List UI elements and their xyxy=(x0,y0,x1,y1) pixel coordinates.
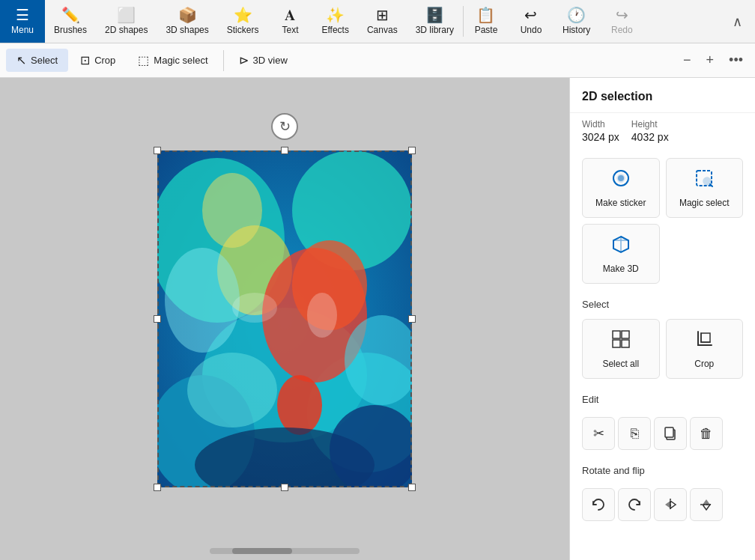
rotate-section-header: Rotate and flip xyxy=(570,459,755,485)
text-icon: 𝐀 xyxy=(285,7,295,22)
select-icon: ↖ xyxy=(16,53,26,67)
right-panel: 2D selection Width 3024 px Height 4032 p… xyxy=(569,78,755,560)
crop-button[interactable]: ⊡ Crop xyxy=(70,49,126,72)
width-label: Width xyxy=(582,119,619,130)
rotate-left-button[interactable] xyxy=(582,488,615,521)
stickers-button[interactable]: ⭐ Stickers xyxy=(218,0,268,43)
menu-button[interactable]: ☰ Menu xyxy=(0,0,45,43)
3d-library-label: 3D library xyxy=(416,25,454,35)
make-3d-label: Make 3D xyxy=(603,264,639,274)
canvas-label: Canvas xyxy=(367,25,398,35)
crop-panel-label: Crop xyxy=(694,359,714,369)
make-sticker-icon xyxy=(610,168,631,193)
svg-rect-24 xyxy=(622,331,629,338)
flip-horizontal-button[interactable] xyxy=(654,488,687,521)
toolbar-spacer xyxy=(644,0,719,43)
collapse-button[interactable]: ∧ xyxy=(725,10,749,34)
make-3d-button[interactable]: Make 3D xyxy=(582,224,660,284)
svg-point-7 xyxy=(202,173,262,248)
history-button[interactable]: 🕐 History xyxy=(554,0,599,43)
make-sticker-button[interactable]: Make sticker xyxy=(582,158,660,218)
panel-title: 2D selection xyxy=(570,78,755,113)
main-toolbar: ☰ Menu ✏️ Brushes ⬜ 2D shapes 📦 3D shape… xyxy=(0,0,755,43)
3d-library-button[interactable]: 🗄️ 3D library xyxy=(407,0,463,43)
rotation-handle[interactable]: ↻ xyxy=(271,113,298,140)
top-actions-grid: Make sticker Magic select xyxy=(570,152,755,293)
delete-button[interactable]: 🗑 xyxy=(690,417,723,450)
svg-point-10 xyxy=(277,375,322,435)
3d-shapes-icon: 📦 xyxy=(178,7,197,22)
undo-label: Undo xyxy=(521,25,542,35)
cut-button[interactable]: ✂ xyxy=(582,417,615,450)
more-options-button[interactable]: ••• xyxy=(723,49,749,71)
dimensions-section: Width 3024 px Height 4032 px xyxy=(570,113,755,152)
svg-point-12 xyxy=(165,248,240,353)
svg-rect-29 xyxy=(665,427,673,437)
effects-icon: ✨ xyxy=(326,7,345,22)
svg-rect-27 xyxy=(701,333,710,342)
canvas-icon: ⊞ xyxy=(376,7,389,22)
redo-button[interactable]: ↪ Redo xyxy=(599,0,644,43)
redo-icon: ↪ xyxy=(616,7,628,22)
3d-library-icon: 🗄️ xyxy=(425,7,444,22)
undo-button[interactable]: ↩ Undo xyxy=(509,0,554,43)
select-all-button[interactable]: Select all xyxy=(582,319,660,379)
magic-select-panel-icon xyxy=(694,168,715,193)
canvas-button[interactable]: ⊞ Canvas xyxy=(358,0,407,43)
3d-shapes-button[interactable]: 📦 3D shapes xyxy=(157,0,217,43)
svg-point-16 xyxy=(307,293,337,338)
magic-select-button[interactable]: ⬚ Magic select xyxy=(127,49,218,72)
crop-panel-icon xyxy=(694,329,715,354)
flip-vertical-button[interactable] xyxy=(690,488,723,521)
stickers-icon: ⭐ xyxy=(234,7,252,22)
select-actions-grid: Select all Crop xyxy=(570,319,755,388)
select-button[interactable]: ↖ Select xyxy=(6,49,68,72)
3d-shapes-label: 3D shapes xyxy=(166,25,208,35)
brushes-button[interactable]: ✏️ Brushes xyxy=(45,0,96,43)
svg-point-11 xyxy=(187,353,277,427)
main-area: ↻ xyxy=(0,78,755,560)
crop-panel-button[interactable]: Crop xyxy=(666,319,744,379)
scrollbar-thumb xyxy=(232,548,292,554)
magic-select-label: Magic select xyxy=(154,55,207,66)
paste-button[interactable]: 📋 Paste xyxy=(464,0,509,43)
zoom-minus-button[interactable]: − xyxy=(677,49,697,71)
text-label: Text xyxy=(282,25,298,35)
brushes-icon: ✏️ xyxy=(61,7,80,22)
height-label: Height xyxy=(631,119,669,130)
canvas-area[interactable]: ↻ xyxy=(0,78,569,560)
duplicate-button[interactable] xyxy=(654,417,687,450)
effects-label: Effects xyxy=(321,25,348,35)
effects-button[interactable]: ✨ Effects xyxy=(312,0,357,43)
magic-select-panel-button[interactable]: Magic select xyxy=(666,158,744,218)
2d-shapes-label: 2D shapes xyxy=(105,25,148,35)
menu-icon: ☰ xyxy=(16,7,29,22)
redo-label: Redo xyxy=(611,25,633,35)
select-section-header: Select xyxy=(570,293,755,319)
rotate-section-title: Rotate and flip xyxy=(582,465,743,476)
copy-button[interactable]: ⎘ xyxy=(618,417,651,450)
toolbar-right: ∧ xyxy=(719,0,755,43)
history-icon: 🕐 xyxy=(567,7,586,22)
3d-view-button[interactable]: ⊳ 3D view xyxy=(228,49,298,72)
height-item: Height 4032 px xyxy=(631,119,669,143)
zoom-plus-button[interactable]: + xyxy=(700,49,721,71)
svg-rect-23 xyxy=(613,331,620,338)
svg-rect-26 xyxy=(622,340,629,347)
magic-select-panel-label: Magic select xyxy=(679,198,730,208)
stickers-label: Stickers xyxy=(227,25,259,35)
edit-section-title: Edit xyxy=(582,394,743,405)
magic-select-icon: ⬚ xyxy=(138,53,149,67)
select-section-title: Select xyxy=(582,299,743,310)
width-item: Width 3024 px xyxy=(582,119,619,143)
rotate-right-button[interactable] xyxy=(618,488,651,521)
text-button[interactable]: 𝐀 Text xyxy=(267,0,312,43)
make-3d-icon xyxy=(610,234,631,259)
paste-icon: 📋 xyxy=(476,7,495,22)
svg-rect-25 xyxy=(613,340,620,347)
crop-icon: ⊡ xyxy=(80,53,90,67)
history-label: History xyxy=(563,25,590,35)
canvas-scrollbar[interactable] xyxy=(210,548,360,554)
2d-shapes-button[interactable]: ⬜ 2D shapes xyxy=(96,0,157,43)
rotate-icons-row xyxy=(570,485,755,530)
